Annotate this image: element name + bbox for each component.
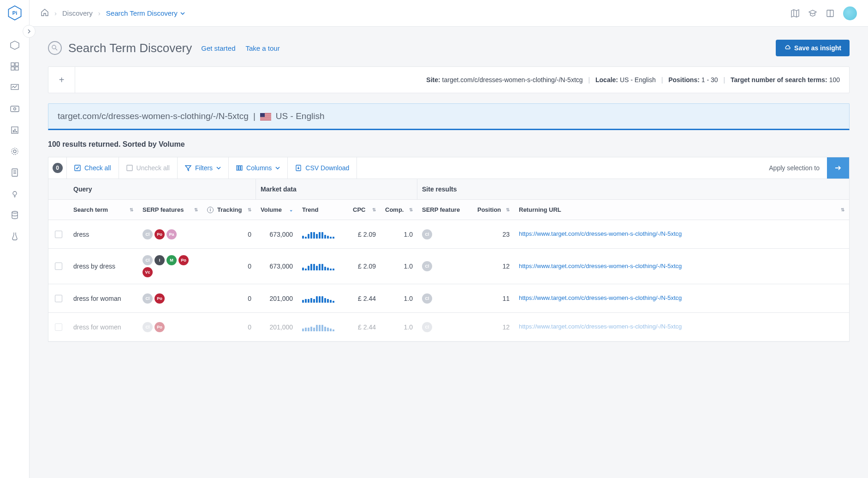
trend-spark — [302, 262, 334, 270]
cell-site-serp: Cl — [417, 313, 473, 341]
cell-serp-features: ClIMPoVc — [138, 249, 202, 284]
nav-item-idea[interactable] — [9, 188, 20, 199]
serp-badge-pa: Pa — [166, 229, 177, 239]
csv-download-button[interactable]: CSV Download — [288, 157, 357, 179]
group-market: Market data — [256, 179, 417, 199]
get-started-link[interactable]: Get started — [201, 44, 235, 52]
cell-volume: 673,000 — [256, 220, 297, 248]
url-link[interactable]: https://www.target.com/c/dresses-women-s… — [519, 263, 682, 270]
cell-term: dress by dress — [69, 249, 138, 284]
nav-item-doc[interactable] — [9, 167, 20, 178]
url-link[interactable]: https://www.target.com/c/dresses-women-s… — [519, 230, 682, 238]
avatar[interactable] — [843, 6, 857, 20]
col-tracking[interactable]: iTracking⇅ — [202, 200, 256, 220]
svg-point-20 — [13, 191, 17, 195]
sidebar-collapse-button[interactable] — [23, 25, 36, 38]
save-as-insight-button[interactable]: Save as insight — [776, 40, 850, 56]
svg-rect-37 — [127, 165, 132, 171]
table-row: dress by dress ClIMPoVc 0 673,000 £ 2.09… — [48, 249, 849, 284]
config-text: Site: target.com/c/dresses-women-s-cloth… — [75, 76, 849, 84]
nav-item-monitor[interactable] — [9, 82, 20, 93]
book-icon[interactable] — [826, 9, 835, 18]
take-tour-link[interactable]: Take a tour — [245, 44, 279, 52]
url-link[interactable]: https://www.target.com/c/dresses-women-s… — [519, 294, 682, 302]
page-header: Search Term Discovery Get started Take a… — [48, 40, 850, 56]
config-bar: + Site: target.com/c/dresses-women-s-clo… — [48, 66, 850, 93]
logo[interactable]: Pi — [6, 5, 23, 21]
table-row: dress ClPoPa 0 673,000 £ 2.09 1.0 Cl 23 … — [48, 220, 849, 249]
svg-rect-12 — [14, 129, 15, 132]
cell-volume: 201,000 — [256, 313, 297, 341]
nav-item-money[interactable] — [9, 103, 20, 114]
col-comp[interactable]: Comp.⇅ — [380, 200, 417, 220]
cell-cpc: £ 2.44 — [348, 284, 380, 312]
table-row: dress for women ClPo 0 201,000 £ 2.44 1.… — [48, 313, 849, 341]
cell-trend — [297, 284, 348, 312]
chevron-down-icon — [275, 166, 280, 170]
serp-badge-po: Po — [155, 322, 165, 332]
cell-volume: 201,000 — [256, 284, 297, 312]
col-serp-features[interactable]: SERP features⇅ — [138, 200, 202, 220]
chevron-down-icon — [216, 166, 221, 170]
nav-item-db[interactable] — [9, 209, 20, 221]
serp-badge-m: M — [166, 255, 177, 265]
group-query: Query — [69, 179, 256, 199]
columns-button[interactable]: Columns — [229, 157, 288, 179]
serp-badge-cl: Cl — [422, 293, 432, 304]
cell-site-serp: Cl — [417, 249, 473, 284]
cell-trend — [297, 313, 348, 341]
row-checkbox[interactable] — [55, 231, 62, 238]
page-title: Search Term Discovery — [68, 41, 192, 55]
cell-position: 12 — [473, 313, 514, 341]
row-checkbox[interactable] — [55, 263, 62, 270]
svg-text:Pi: Pi — [12, 10, 17, 16]
serp-badge-cl: Cl — [422, 322, 432, 332]
serp-badge-cl: Cl — [422, 229, 432, 239]
nav-item-1[interactable] — [9, 40, 20, 51]
col-site-serp-feature[interactable]: SERP feature — [417, 200, 473, 220]
row-checkbox[interactable] — [55, 295, 62, 302]
topbar-right — [791, 6, 857, 20]
breadcrumb-discovery[interactable]: Discovery — [62, 9, 93, 17]
cell-cpc: £ 2.44 — [348, 313, 380, 341]
svg-point-26 — [52, 45, 56, 49]
cell-site-serp: Cl — [417, 220, 473, 248]
home-icon[interactable] — [41, 8, 49, 18]
nav-item-report[interactable] — [9, 125, 20, 136]
apply-selection-button[interactable] — [827, 157, 849, 179]
map-icon[interactable] — [791, 9, 800, 18]
add-config-button[interactable]: + — [48, 67, 75, 93]
svg-rect-3 — [11, 63, 14, 66]
cell-comp: 1.0 — [380, 249, 417, 284]
chevron-down-icon — [180, 11, 185, 16]
col-position[interactable]: Position⇅ — [473, 200, 514, 220]
filters-button[interactable]: Filters — [178, 157, 229, 179]
svg-rect-38 — [237, 166, 238, 170]
nav-item-target[interactable] — [9, 146, 20, 157]
serp-badge-cl: Cl — [422, 261, 432, 271]
svg-rect-5 — [11, 67, 14, 70]
breadcrumb-current[interactable]: Search Term Discovery — [106, 9, 185, 17]
svg-rect-8 — [11, 106, 19, 112]
uncheck-all-button[interactable]: Uncheck all — [119, 157, 178, 179]
col-volume[interactable]: Volume⌄ — [256, 200, 297, 220]
col-search-term[interactable]: Search term⇅ — [69, 200, 138, 220]
nav-item-flask[interactable] — [9, 231, 20, 242]
svg-line-27 — [55, 48, 57, 50]
url-link[interactable]: https://www.target.com/c/dresses-women-s… — [519, 323, 682, 331]
row-checkbox[interactable] — [55, 323, 62, 331]
academy-icon[interactable] — [808, 9, 817, 18]
cell-serp-features: ClPo — [138, 313, 202, 341]
topbar: › Discovery › Search Term Discovery — [30, 0, 868, 27]
table-header-cols: Search term⇅ SERP features⇅ iTracking⇅ V… — [48, 200, 849, 220]
group-site: Site results — [417, 179, 849, 199]
col-url[interactable]: Returning URL⇅ — [514, 200, 849, 220]
col-cpc[interactable]: CPC⇅ — [348, 200, 380, 220]
nav-item-dashboard[interactable] — [9, 61, 20, 72]
col-trend[interactable]: Trend — [297, 200, 348, 220]
check-all-button[interactable]: Check all — [67, 157, 119, 179]
cell-term: dress — [69, 220, 138, 248]
svg-rect-13 — [16, 131, 17, 132]
cell-cpc: £ 2.09 — [348, 220, 380, 248]
selection-count: 0 — [48, 157, 67, 179]
